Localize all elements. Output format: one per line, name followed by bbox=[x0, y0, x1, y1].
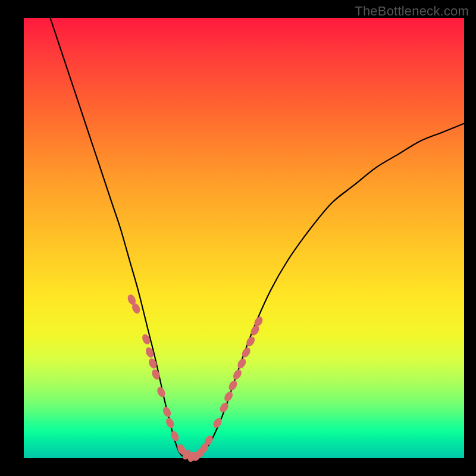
chart-frame: TheBottleneck.com bbox=[0, 0, 476, 476]
marker-dot bbox=[170, 430, 180, 442]
plot-area bbox=[24, 18, 464, 458]
marker-dot bbox=[236, 357, 248, 370]
marker-dot bbox=[164, 416, 175, 429]
marker-dot bbox=[240, 346, 252, 359]
bottleneck-curve bbox=[50, 18, 464, 458]
marker-dot bbox=[161, 406, 172, 418]
marker-dot bbox=[227, 379, 239, 392]
curve-layer bbox=[24, 18, 464, 458]
watermark-text: TheBottleneck.com bbox=[355, 4, 469, 19]
marker-dot bbox=[156, 386, 167, 398]
curve-markers bbox=[126, 293, 264, 464]
marker-dot bbox=[223, 390, 234, 403]
marker-dot bbox=[231, 368, 243, 381]
marker-dot bbox=[218, 401, 230, 414]
